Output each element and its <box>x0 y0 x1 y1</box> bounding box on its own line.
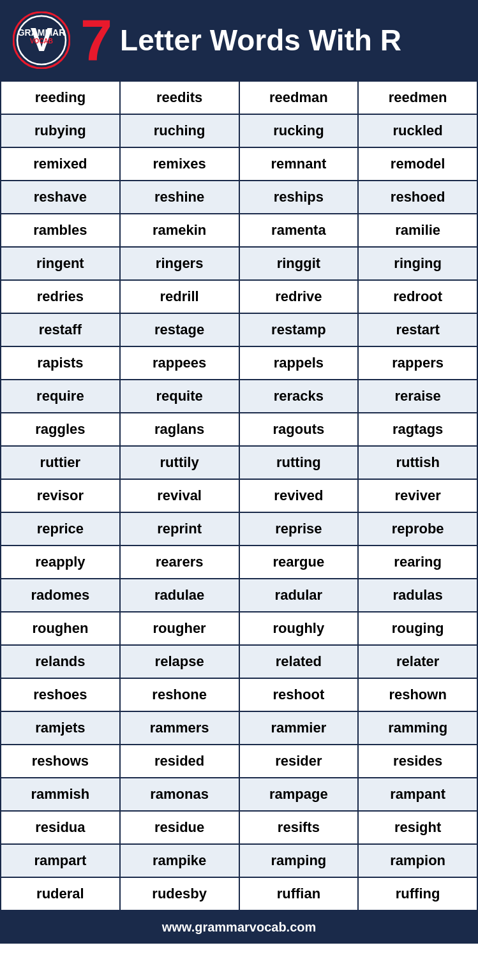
word-cell: require <box>1 380 120 413</box>
word-table: reedingreeditsreedmanreedmenrubyingruchi… <box>0 80 478 911</box>
word-cell: reeding <box>1 81 120 114</box>
word-cell: ramming <box>358 711 477 745</box>
word-cell: ragtags <box>358 413 477 446</box>
table-row: ramjetsrammersrammierramming <box>1 711 477 745</box>
svg-text:VOCAB: VOCAB <box>30 38 53 45</box>
word-cell: rouging <box>358 612 477 645</box>
word-cell: ringent <box>1 247 120 280</box>
word-cell: ramonas <box>120 778 239 811</box>
word-cell: ragouts <box>239 413 359 446</box>
word-cell: rougher <box>120 612 239 645</box>
word-cell: reprobe <box>358 512 477 546</box>
word-cell: reraise <box>358 380 477 413</box>
word-cell: reargue <box>239 546 359 579</box>
svg-text:GRAMMAR: GRAMMAR <box>18 27 66 38</box>
word-cell: redroot <box>358 280 477 313</box>
word-cell: reedmen <box>358 81 477 114</box>
word-cell: residua <box>1 811 120 844</box>
word-cell: radulas <box>358 579 477 612</box>
word-cell: ringgit <box>239 247 359 280</box>
word-cell: ramjets <box>1 711 120 745</box>
word-cell: rutting <box>239 446 359 479</box>
table-row: revisorrevivalrevivedreviver <box>1 479 477 512</box>
word-cell: ringers <box>120 247 239 280</box>
table-row: reshowsresidedresiderresides <box>1 745 477 778</box>
header-title-group: 7 Letter Words With R <box>80 11 401 69</box>
word-cell: requite <box>120 380 239 413</box>
table-row: reshoesreshonereshootreshown <box>1 678 477 711</box>
footer: www.grammarvocab.com <box>0 911 478 944</box>
word-cell: revival <box>120 479 239 512</box>
word-cell: ramenta <box>239 214 359 247</box>
table-row: roughenrougherroughlyrouging <box>1 612 477 645</box>
word-cell: rappees <box>120 346 239 380</box>
word-cell: reshoes <box>1 678 120 711</box>
word-cell: rammish <box>1 778 120 811</box>
word-cell: resided <box>120 745 239 778</box>
table-row: repricereprintreprisereprobe <box>1 512 477 546</box>
table-row: residuaresidueresiftsresight <box>1 811 477 844</box>
word-cell: restart <box>358 313 477 346</box>
table-row: rampartrampikerampingrampion <box>1 844 477 877</box>
word-cell: residue <box>120 811 239 844</box>
word-cell: rampart <box>1 844 120 877</box>
word-cell: reshoot <box>239 678 359 711</box>
word-cell: remodel <box>358 147 477 181</box>
word-cell: related <box>239 645 359 678</box>
word-cell: rappels <box>239 346 359 380</box>
title-text: Letter Words With R <box>120 24 401 57</box>
word-cell: reprint <box>120 512 239 546</box>
header: V GRAMMAR VOCAB 7 Letter Words With R <box>0 0 478 80</box>
word-cell: redries <box>1 280 120 313</box>
word-cell: restage <box>120 313 239 346</box>
word-cell: rubying <box>1 114 120 147</box>
word-cell: reshoed <box>358 181 477 214</box>
word-cell: resight <box>358 811 477 844</box>
table-row: redriesredrillredriveredroot <box>1 280 477 313</box>
word-cell: rearers <box>120 546 239 579</box>
word-cell: reshine <box>120 181 239 214</box>
word-cell: rucking <box>239 114 359 147</box>
table-row: ringentringersringgitringing <box>1 247 477 280</box>
table-row: reshavereshinereshipsreshoed <box>1 181 477 214</box>
table-row: reedingreeditsreedmanreedmen <box>1 81 477 114</box>
word-cell: remixes <box>120 147 239 181</box>
word-cell: raggles <box>1 413 120 446</box>
word-cell: restaff <box>1 313 120 346</box>
table-row: ruttierruttilyruttingruttish <box>1 446 477 479</box>
word-cell: relapse <box>120 645 239 678</box>
table-row: rubyingruchingruckingruckled <box>1 114 477 147</box>
table-row: remixedremixesremnantremodel <box>1 147 477 181</box>
table-row: ruderalrudesbyruffianruffing <box>1 877 477 910</box>
word-cell: reprise <box>239 512 359 546</box>
word-cell: relater <box>358 645 477 678</box>
word-cell: ruttier <box>1 446 120 479</box>
word-cell: reviver <box>358 479 477 512</box>
word-cell: reshave <box>1 181 120 214</box>
table-row: ramblesramekinramentaramilie <box>1 214 477 247</box>
word-cell: ruttish <box>358 446 477 479</box>
word-cell: resider <box>239 745 359 778</box>
table-row: rammishramonasrampagerampant <box>1 778 477 811</box>
word-cell: reshows <box>1 745 120 778</box>
logo: V GRAMMAR VOCAB <box>13 11 70 69</box>
word-cell: ruckled <box>358 114 477 147</box>
word-cell: ruffing <box>358 877 477 910</box>
word-cell: ramekin <box>120 214 239 247</box>
table-row: requirerequitereracksreraise <box>1 380 477 413</box>
word-cell: remixed <box>1 147 120 181</box>
word-cell: reracks <box>239 380 359 413</box>
word-cell: roughly <box>239 612 359 645</box>
word-cell: ruttily <box>120 446 239 479</box>
word-cell: rearing <box>358 546 477 579</box>
word-cell: reshown <box>358 678 477 711</box>
word-cell: rudesby <box>120 877 239 910</box>
word-cell: reapply <box>1 546 120 579</box>
word-cell: raglans <box>120 413 239 446</box>
word-cell: rampant <box>358 778 477 811</box>
word-cell: radomes <box>1 579 120 612</box>
word-cell: revisor <box>1 479 120 512</box>
word-cell: ramilie <box>358 214 477 247</box>
word-cell: ramping <box>239 844 359 877</box>
word-cell: rammier <box>239 711 359 745</box>
